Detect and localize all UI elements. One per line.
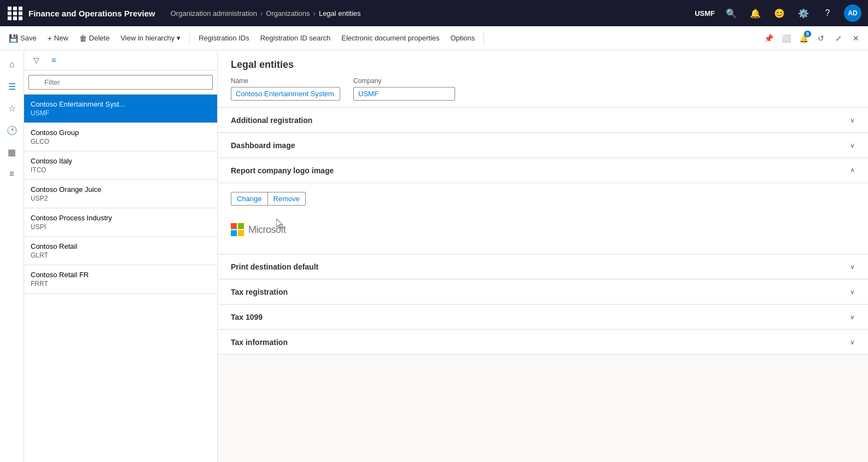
save-icon: 💾 [9, 34, 18, 43]
list-lines-btn[interactable]: ≡ [46, 52, 61, 68]
filter-nav-icon[interactable]: ☰ [2, 77, 22, 96]
registration-id-search-button[interactable]: Registration ID search [256, 32, 335, 44]
list-item[interactable]: Contoso Group GLCO [24, 123, 217, 151]
logo-preview: Microsoft [231, 214, 855, 245]
breadcrumb-sep-1: › [260, 9, 263, 17]
delete-icon: 🗑 [79, 34, 87, 43]
list-item[interactable]: Contoso Entertainment Syst... USMF [24, 95, 217, 123]
list-nav-icon[interactable]: ≡ [2, 164, 22, 184]
accordion-section-print_destination: Print destination default∨ [218, 255, 868, 279]
microsoft-wordmark: Microsoft [248, 224, 286, 236]
accordion-section-tax_registration: Tax registration∨ [218, 280, 868, 305]
search-icon[interactable]: 🔍 [724, 5, 739, 21]
list-panel: ▽ ≡ 🔍 Contoso Entertainment Syst... USMF… [24, 50, 218, 462]
toolbar-pin-icon[interactable]: 📌 [761, 31, 776, 46]
change-logo-button[interactable]: Change [231, 192, 267, 206]
toolbar-close-icon[interactable]: ✕ [848, 31, 864, 46]
company-indicator: USMF [695, 9, 715, 17]
company-field-group: Company [353, 77, 455, 101]
accordion-chevron-icon: ∨ [850, 263, 855, 271]
company-label: Company [353, 77, 455, 85]
notification-bell-icon[interactable]: 🔔 [748, 5, 763, 21]
accordion-header-additional_registration[interactable]: Additional registration∨ [218, 108, 868, 133]
accordion: Additional registration∨Dashboard image∨… [218, 108, 868, 355]
accordion-title-tax_1099: Tax 1099 [231, 313, 263, 321]
breadcrumb-legal-entities: Legal entities [319, 9, 361, 17]
top-nav-actions: USMF 🔍 🔔 😊 ⚙️ ? AD [695, 4, 861, 22]
breadcrumb-organizations[interactable]: Organizations [266, 9, 310, 17]
detail-header: Legal entities Name Company [218, 50, 868, 108]
list-item[interactable]: Contoso Retail GLRT [24, 237, 217, 265]
name-field-group: Name [231, 77, 340, 101]
list-item[interactable]: Contoso Italy ITCO [24, 151, 217, 180]
filter-icon-btn[interactable]: ▽ [28, 52, 44, 68]
company-input[interactable] [353, 87, 455, 101]
toolbar: 💾 Save + New 🗑 Delete View in hierarchy … [0, 26, 868, 50]
toolbar-expand-icon[interactable]: ⤢ [831, 31, 846, 46]
save-button[interactable]: 💾 Save [4, 32, 41, 45]
apps-grid-icon [8, 7, 23, 20]
user-avatar[interactable]: AD [844, 4, 861, 22]
accordion-section-tax_information: Tax information∨ [218, 330, 868, 355]
list-item[interactable]: Contoso Process Industry USPI [24, 208, 217, 237]
accordion-header-print_destination[interactable]: Print destination default∨ [218, 255, 868, 279]
smiley-icon[interactable]: 😊 [772, 5, 787, 21]
accordion-chevron-icon: ∨ [850, 167, 855, 174]
detail-fields: Name Company [231, 77, 855, 101]
registration-ids-button[interactable]: Registration IDs [194, 32, 253, 44]
toolbar-badge-button[interactable]: 🔔 8 [796, 31, 811, 46]
grid-nav-icon[interactable]: ▦ [2, 142, 22, 162]
breadcrumb-org-admin[interactable]: Organization administration [171, 9, 257, 17]
side-nav: ⌂ ☰ ☆ 🕐 ▦ ≡ [0, 50, 24, 462]
toolbar-layout-icon[interactable]: ⬜ [778, 31, 794, 46]
new-button[interactable]: + New [43, 32, 73, 45]
remove-logo-button[interactable]: Remove [267, 192, 306, 206]
name-input[interactable] [231, 87, 340, 101]
breadcrumb-sep-2: › [313, 9, 316, 17]
accordion-chevron-icon: ∨ [850, 142, 855, 149]
ms-blue-square [231, 230, 237, 236]
delete-button[interactable]: 🗑 Delete [75, 32, 114, 45]
accordion-chevron-icon: ∨ [850, 288, 855, 296]
star-nav-icon[interactable]: ☆ [2, 98, 22, 118]
accordion-section-tax_1099: Tax 1099∨ [218, 305, 868, 330]
accordion-header-tax_information[interactable]: Tax information∨ [218, 330, 868, 355]
accordion-header-tax_registration[interactable]: Tax registration∨ [218, 280, 868, 305]
filter-input[interactable] [28, 75, 213, 90]
toolbar-right-actions: 📌 ⬜ 🔔 8 ↺ ⤢ ✕ [761, 31, 864, 46]
settings-icon[interactable]: ⚙️ [796, 5, 811, 21]
view-hierarchy-button[interactable]: View in hierarchy ▾ [116, 32, 185, 44]
list-items: Contoso Entertainment Syst... USMFContos… [24, 95, 217, 462]
ms-grid-icon [231, 223, 244, 236]
list-item[interactable]: Contoso Retail FR FRRT [24, 265, 217, 294]
accordion-chevron-icon: ∨ [850, 116, 855, 124]
accordion-title-report_company_logo: Report company logo image [231, 166, 334, 175]
list-filter-area: 🔍 [24, 71, 217, 95]
home-nav-icon[interactable]: ⌂ [2, 55, 22, 74]
apps-menu-button[interactable] [7, 4, 24, 22]
accordion-section-report_company_logo: Report company logo image∨ChangeRemove M… [218, 159, 868, 254]
list-item[interactable]: Contoso Orange Juice USP2 [24, 180, 217, 208]
main-container: ⌂ ☰ ☆ 🕐 ▦ ≡ ▽ ≡ 🔍 Contoso Entertainment … [0, 50, 868, 462]
ms-yellow-square [238, 230, 244, 236]
list-panel-toolbar: ▽ ≡ [24, 50, 217, 71]
accordion-chevron-icon: ∨ [850, 313, 855, 321]
help-icon[interactable]: ? [820, 5, 835, 21]
app-title: Finance and Operations Preview [28, 9, 155, 18]
logo-actions: ChangeRemove [231, 192, 855, 206]
toolbar-refresh-icon[interactable]: ↺ [813, 31, 829, 46]
top-nav-bar: Finance and Operations Preview Organizat… [0, 0, 868, 26]
name-label: Name [231, 77, 340, 85]
accordion-header-tax_1099[interactable]: Tax 1099∨ [218, 305, 868, 330]
accordion-header-dashboard_image[interactable]: Dashboard image∨ [218, 133, 868, 158]
electronic-doc-button[interactable]: Electronic document properties [337, 32, 444, 44]
accordion-header-report_company_logo[interactable]: Report company logo image∨ [218, 159, 868, 183]
accordion-title-dashboard_image: Dashboard image [231, 141, 295, 150]
ms-red-square [231, 223, 237, 229]
clock-nav-icon[interactable]: 🕐 [2, 120, 22, 140]
options-button[interactable]: Options [446, 32, 480, 44]
accordion-title-additional_registration: Additional registration [231, 116, 312, 125]
accordion-title-print_destination: Print destination default [231, 262, 318, 271]
chevron-down-icon: ▾ [177, 34, 180, 42]
ms-green-square [238, 223, 244, 229]
